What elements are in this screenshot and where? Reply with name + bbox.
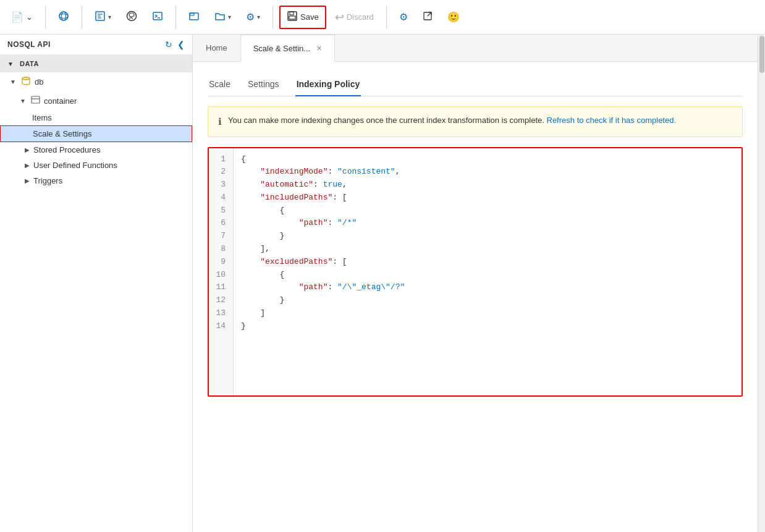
tree-arrow-icon: ▼ — [20, 98, 26, 104]
line-numbers: 12345 678910 11121314 — [209, 148, 234, 395]
sub-tab-settings-label: Settings — [248, 79, 279, 89]
tree-arrow-icon: ▼ — [10, 78, 16, 85]
db-icon — [21, 76, 31, 88]
arrow-icon: ▶ — [25, 162, 30, 169]
chevron-icon: ▾ — [228, 14, 231, 20]
code-editor[interactable]: 12345 678910 11121314 { "indexingMode": … — [209, 148, 742, 395]
separator-5 — [386, 6, 387, 28]
gear-icon: ⚙ — [246, 11, 255, 23]
gear2-icon: ⚙ — [399, 11, 408, 23]
section-arrow-icon: ▼ — [7, 61, 14, 67]
info-icon: ℹ — [218, 115, 222, 129]
scale-settings-label: Scale & Settings — [33, 129, 91, 138]
svg-point-1 — [62, 12, 66, 20]
sub-tab-bar: Scale Settings Indexing Policy — [208, 74, 743, 96]
tab-close-icon[interactable]: ✕ — [316, 44, 322, 53]
export-icon — [423, 11, 433, 23]
sub-tab-scale-label: Scale — [209, 79, 230, 89]
discard-icon: ↩ — [335, 11, 344, 24]
chevron-icon: ▾ — [257, 14, 260, 20]
triggers-label: Triggers — [33, 176, 62, 185]
page-content: Scale Settings Indexing Policy ℹ Y — [193, 62, 758, 532]
svg-rect-14 — [289, 16, 295, 19]
discard-label: Discard — [347, 12, 374, 22]
new-document-icon: 📄 — [11, 11, 23, 23]
tab-bar: Home Scale & Settin... ✕ — [193, 35, 758, 62]
new-label: ⌄ — [26, 12, 33, 22]
sub-tab-scale[interactable]: Scale — [208, 74, 232, 96]
open-query-button[interactable]: ▾ — [88, 7, 117, 28]
svg-point-17 — [22, 77, 30, 80]
tab-scale-settings-label: Scale & Settin... — [253, 44, 311, 53]
container-icon — [31, 95, 40, 106]
sidebar-item-udf[interactable]: ▶ User Defined Functions — [0, 158, 192, 173]
info-message: You can make more indexing changes once … — [228, 114, 676, 127]
db-label: db — [35, 77, 43, 87]
save-icon — [287, 11, 298, 24]
cosmos-icon — [58, 11, 69, 24]
save-label: Save — [300, 12, 319, 22]
sidebar-header-icons: ↻ ❮ — [165, 40, 185, 49]
folder-icon — [214, 11, 226, 24]
export-button[interactable] — [416, 7, 439, 27]
content-area: Home Scale & Settin... ✕ Scale — [193, 35, 765, 532]
scrollbar-track[interactable] — [758, 35, 765, 532]
container-label: container — [44, 96, 77, 106]
code-editor-wrapper: 12345 678910 11121314 { "indexingMode": … — [208, 147, 743, 397]
svg-line-16 — [428, 12, 431, 16]
sidebar-item-items[interactable]: Items — [0, 110, 192, 125]
code-content[interactable]: { "indexingMode": "consistent", "automat… — [234, 148, 742, 395]
info-link[interactable]: Refresh to check if it has completed. — [547, 116, 677, 125]
new-tab-icon — [188, 11, 200, 24]
sidebar-item-stored-procedures[interactable]: ▶ Stored Procedures — [0, 142, 192, 158]
arrow-icon: ▶ — [25, 177, 30, 184]
sidebar-header: NOSQL API ↻ ❮ — [0, 35, 192, 55]
smiley-icon: 🙂 — [447, 11, 460, 23]
github-icon — [126, 11, 137, 24]
save-button[interactable]: Save — [279, 6, 326, 29]
toolbar: 📄 ⌄ ▾ ▾ ⚙ ▾ — [0, 0, 765, 35]
sub-tab-settings[interactable]: Settings — [247, 74, 281, 96]
tab-scale-settings[interactable]: Scale & Settin... ✕ — [240, 35, 336, 62]
tab-home[interactable]: Home — [193, 35, 240, 61]
separator-4 — [273, 6, 273, 28]
separator-3 — [175, 6, 176, 28]
sub-tab-indexing-policy[interactable]: Indexing Policy — [295, 74, 361, 96]
info-banner: ℹ You can make more indexing changes onc… — [208, 106, 743, 137]
query-icon — [95, 11, 106, 24]
github-button[interactable] — [120, 7, 143, 28]
terminal-icon — [152, 11, 163, 24]
svg-point-0 — [59, 12, 68, 20]
sidebar-item-db[interactable]: ▼ db — [0, 72, 192, 91]
sidebar: NOSQL API ↻ ❮ ▼ DATA ▼ db ▼ container — [0, 35, 193, 532]
svg-point-2 — [59, 14, 68, 18]
udf-label: User Defined Functions — [33, 161, 117, 170]
terminal-button[interactable] — [146, 7, 169, 28]
scrollbar-thumb[interactable] — [759, 36, 764, 73]
separator-2 — [82, 6, 82, 28]
chevron-icon: ▾ — [108, 14, 111, 20]
settings-gear-button[interactable]: ⚙ ▾ — [240, 7, 266, 27]
svg-rect-18 — [32, 96, 40, 103]
stored-procedures-label: Stored Procedures — [33, 145, 100, 154]
folder-button[interactable]: ▾ — [208, 7, 237, 28]
settings2-button[interactable]: ⚙ — [393, 7, 414, 27]
svg-rect-11 — [190, 13, 194, 15]
refresh-icon[interactable]: ↻ — [165, 40, 172, 49]
discard-button[interactable]: ↩ Discard — [329, 7, 380, 28]
sidebar-item-container[interactable]: ▼ container — [0, 91, 192, 110]
items-label: Items — [32, 113, 52, 122]
arrow-icon: ▶ — [25, 146, 30, 153]
tab-home-label: Home — [206, 43, 227, 53]
cosmos-button[interactable] — [52, 7, 75, 28]
new-tab-button[interactable] — [182, 7, 206, 28]
sidebar-title: NOSQL API — [7, 40, 51, 49]
sidebar-item-scale-settings[interactable]: Scale & Settings — [0, 125, 192, 142]
collapse-icon[interactable]: ❮ — [177, 40, 185, 49]
data-section-label: ▼ DATA — [0, 55, 192, 72]
sidebar-item-triggers[interactable]: ▶ Triggers — [0, 173, 192, 188]
feedback-button[interactable]: 🙂 — [441, 7, 466, 27]
new-container-button[interactable]: 📄 ⌄ — [5, 7, 39, 27]
main-area: NOSQL API ↻ ❮ ▼ DATA ▼ db ▼ container — [0, 35, 765, 532]
separator-1 — [45, 6, 46, 28]
